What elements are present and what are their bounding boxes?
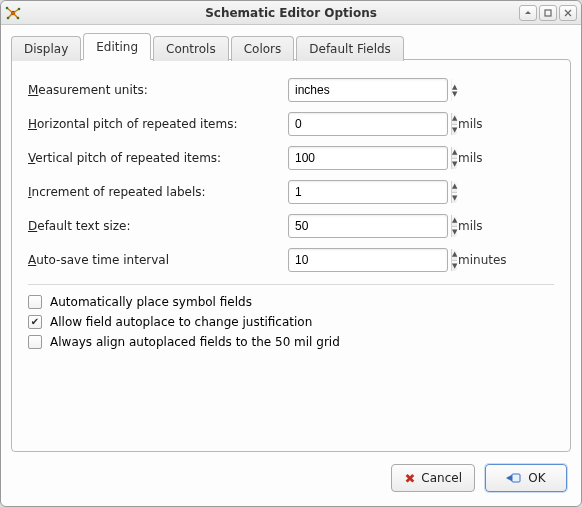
window-shade-button[interactable]: [519, 5, 537, 21]
window-close-button[interactable]: [559, 5, 577, 21]
spin-down-icon[interactable]: ▼: [452, 227, 457, 238]
window-controls: [519, 5, 577, 21]
label-default-text-size: Default text size:: [28, 219, 288, 233]
ok-label: OK: [528, 471, 545, 485]
cancel-icon: ✖: [404, 471, 415, 486]
label-autosave: Auto-save time interval: [28, 253, 288, 267]
window-maximize-button[interactable]: [539, 5, 557, 21]
suffix-mils: mils: [458, 117, 483, 131]
label-measurement-units: Measurement units:: [28, 83, 288, 97]
tab-default-fields[interactable]: Default Fields: [296, 36, 404, 61]
default-text-size-spinner[interactable]: ▲▼: [288, 214, 448, 238]
checkbox-autoplace[interactable]: [28, 295, 42, 309]
window-title: Schematic Editor Options: [1, 6, 581, 20]
tab-panel-editing: Measurement units: ▲▼ Horizontal pitch o…: [11, 59, 571, 452]
horizontal-pitch-input[interactable]: [289, 113, 451, 135]
spin-up-icon[interactable]: ▲: [452, 181, 457, 193]
label-increment: Increment of repeated labels:: [28, 185, 288, 199]
app-icon: [5, 5, 21, 21]
label-horizontal-pitch: Horizontal pitch of repeated items:: [28, 117, 288, 131]
measurement-units-value[interactable]: [289, 79, 451, 101]
suffix-mils: mils: [458, 219, 483, 233]
label-vertical-pitch: Vertical pitch of repeated items:: [28, 151, 288, 165]
spin-down-icon[interactable]: ▼: [452, 125, 457, 136]
vertical-pitch-spinner[interactable]: ▲▼: [288, 146, 448, 170]
cancel-label: Cancel: [421, 471, 462, 485]
titlebar: Schematic Editor Options: [1, 1, 581, 25]
autosave-spinner[interactable]: ▲▼: [288, 248, 448, 272]
suffix-mils: mils: [458, 151, 483, 165]
dialog-window: Schematic Editor Options Display Editing…: [0, 0, 582, 507]
label-align50: Always align autoplaced fields to the 50…: [50, 335, 340, 349]
chevron-updown-icon[interactable]: ▲▼: [451, 79, 457, 101]
svg-rect-9: [545, 10, 551, 16]
label-autoplace: Automatically place symbol fields: [50, 295, 252, 309]
horizontal-pitch-spinner[interactable]: ▲▼: [288, 112, 448, 136]
svg-point-8: [17, 16, 20, 19]
button-bar: ✖ Cancel OK: [1, 452, 581, 506]
dialog-content: Display Editing Controls Colors Default …: [1, 25, 581, 452]
tab-colors[interactable]: Colors: [231, 36, 295, 61]
svg-point-7: [7, 16, 10, 19]
ok-button[interactable]: OK: [485, 464, 567, 492]
spin-up-icon[interactable]: ▲: [452, 249, 457, 261]
svg-point-6: [18, 7, 21, 10]
cancel-button[interactable]: ✖ Cancel: [391, 464, 475, 492]
svg-point-5: [6, 6, 9, 9]
spin-down-icon[interactable]: ▼: [452, 159, 457, 170]
checkbox-align50[interactable]: [28, 335, 42, 349]
measurement-units-combo[interactable]: ▲▼: [288, 78, 448, 102]
tab-bar: Display Editing Controls Colors Default …: [11, 33, 571, 60]
tab-controls[interactable]: Controls: [153, 36, 229, 61]
spin-up-icon[interactable]: ▲: [452, 113, 457, 125]
increment-input[interactable]: [289, 181, 451, 203]
ok-icon: [506, 472, 522, 484]
svg-rect-10: [512, 474, 520, 482]
tab-display[interactable]: Display: [11, 36, 81, 61]
separator: [28, 284, 554, 285]
vertical-pitch-input[interactable]: [289, 147, 451, 169]
suffix-minutes: minutes: [458, 253, 507, 267]
spin-down-icon[interactable]: ▼: [452, 261, 457, 272]
spin-up-icon[interactable]: ▲: [452, 215, 457, 227]
default-text-size-input[interactable]: [289, 215, 451, 237]
spin-down-icon[interactable]: ▼: [452, 193, 457, 204]
tab-editing[interactable]: Editing: [83, 33, 151, 60]
label-justification: Allow field autoplace to change justific…: [50, 315, 312, 329]
autosave-input[interactable]: [289, 249, 451, 271]
spin-up-icon[interactable]: ▲: [452, 147, 457, 159]
checkbox-justification[interactable]: [28, 315, 42, 329]
increment-spinner[interactable]: ▲▼: [288, 180, 448, 204]
